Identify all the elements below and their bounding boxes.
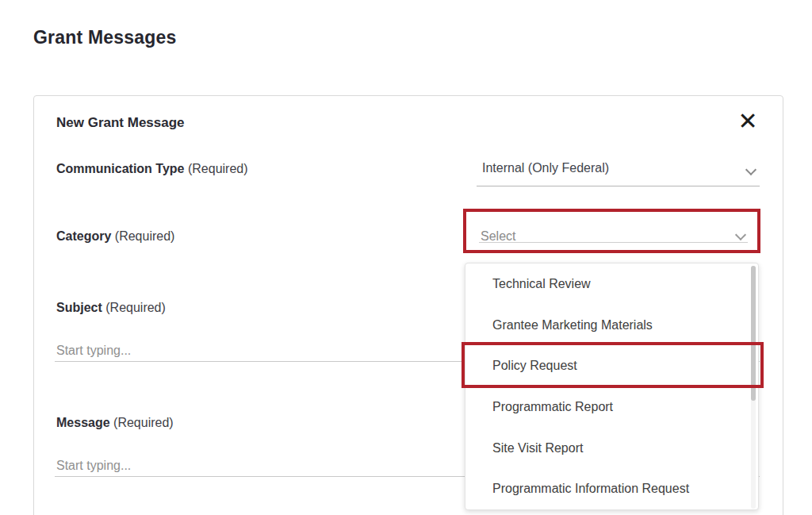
dropdown-option-policy-request[interactable]: Policy Request <box>465 345 758 386</box>
category-highlight-box: Select <box>463 209 760 253</box>
communication-type-select[interactable]: Internal (Only Federal) <box>477 156 760 186</box>
subject-label-text: Subject <box>56 301 102 314</box>
category-select-underline <box>479 242 748 243</box>
category-label-text: Category <box>56 229 111 243</box>
card-title: New Grant Message <box>56 115 185 131</box>
message-label-text: Message <box>56 416 110 429</box>
chevron-down-icon[interactable] <box>745 164 756 175</box>
message-required: (Required) <box>113 416 174 429</box>
message-label: Message (Required) <box>56 416 174 430</box>
communication-type-required: (Required) <box>188 162 248 175</box>
category-label: Category (Required) <box>56 229 174 244</box>
communication-type-label: Communication Type (Required) <box>56 162 248 176</box>
category-dropdown-panel: Technical Review Grantee Marketing Mater… <box>465 263 759 510</box>
close-icon[interactable]: ✕ <box>732 106 764 137</box>
dropdown-option-programmatic-information-request[interactable]: Programmatic Information Request <box>465 468 758 509</box>
subject-label: Subject (Required) <box>56 301 166 315</box>
dropdown-option-site-visit-report[interactable]: Site Visit Report <box>465 428 758 469</box>
communication-type-value: Internal (Only Federal) <box>482 161 609 175</box>
category-required: (Required) <box>115 229 175 243</box>
dropdown-option-technical-review[interactable]: Technical Review <box>465 263 758 305</box>
chevron-down-icon[interactable] <box>735 229 746 240</box>
dropdown-option-programmatic-report[interactable]: Programmatic Report <box>465 386 758 428</box>
subject-required: (Required) <box>105 301 166 314</box>
new-grant-message-card: New Grant Message ✕ Communication Type (… <box>33 95 783 515</box>
communication-type-label-text: Communication Type <box>56 162 185 175</box>
dropdown-option-grantee-marketing-materials[interactable]: Grantee Marketing Materials <box>465 305 758 346</box>
page-title: Grant Messages <box>33 27 177 48</box>
category-select[interactable]: Select <box>469 215 754 247</box>
dropdown-scrollbar[interactable] <box>751 266 756 401</box>
